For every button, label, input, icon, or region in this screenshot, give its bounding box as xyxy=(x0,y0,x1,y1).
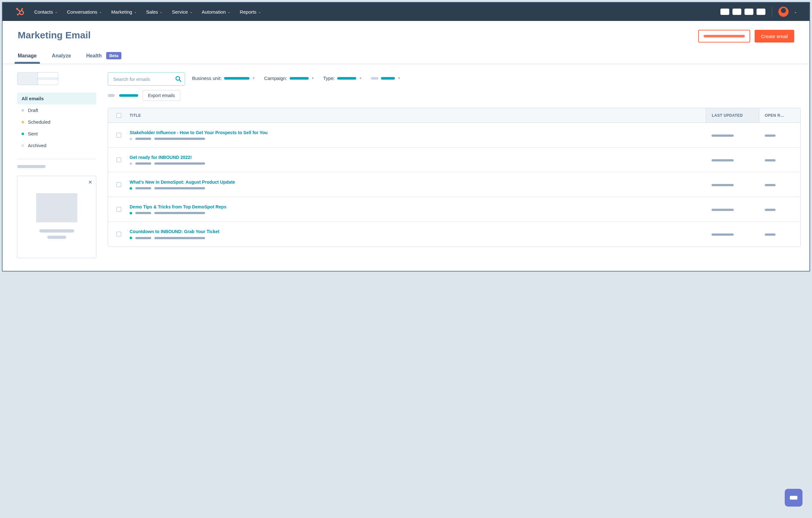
chevron-down-icon: ⌄ xyxy=(99,10,102,13)
filter-more[interactable]: ▼ xyxy=(371,77,401,80)
status-dot-icon xyxy=(22,121,24,124)
email-title-link[interactable]: What's New in DemoSpot: August Product U… xyxy=(129,180,699,185)
svg-point-2 xyxy=(17,14,19,16)
status-dot-icon xyxy=(129,162,132,165)
placeholder-bar xyxy=(712,184,734,186)
nav-right: ⌄ xyxy=(720,7,797,17)
row-checkbox[interactable] xyxy=(116,207,121,212)
search-icon[interactable] xyxy=(175,76,182,82)
table-row: What's New in DemoSpot: August Product U… xyxy=(108,172,800,197)
tab-analyze[interactable]: Analyze xyxy=(52,53,71,63)
email-title-link[interactable]: Demo Tips & Tricks from Top DemoSpot Rep… xyxy=(129,204,699,209)
status-dot-icon xyxy=(129,237,132,239)
nav-label: Service xyxy=(172,9,187,15)
sidebar-item-draft[interactable]: Draft xyxy=(17,104,96,116)
placeholder-bar xyxy=(224,77,250,80)
chevron-down-icon: ▼ xyxy=(398,77,401,80)
filter-type[interactable]: Type:▼ xyxy=(323,76,362,81)
row-checkbox[interactable] xyxy=(116,157,121,162)
th-checkbox xyxy=(108,113,129,118)
td-last-updated xyxy=(706,132,759,138)
nav-reports[interactable]: Reports⌄ xyxy=(240,9,261,15)
tab-manage[interactable]: Manage xyxy=(18,53,37,63)
row-checkbox[interactable] xyxy=(116,231,121,237)
row-meta xyxy=(129,162,699,165)
main: Business unit:▼ Campaign:▼ Type:▼ ▼ Expo… xyxy=(108,72,801,258)
nav-label: Marketing xyxy=(111,9,132,15)
create-email-button[interactable]: Create email xyxy=(755,30,794,43)
chevron-down-icon: ⌄ xyxy=(190,10,193,13)
placeholder-bar xyxy=(712,135,734,137)
row-checkbox[interactable] xyxy=(116,133,121,138)
export-emails-button[interactable]: Export emails xyxy=(143,90,180,101)
nav-util-button[interactable] xyxy=(720,8,729,15)
nav-marketing[interactable]: Marketing⌄ xyxy=(111,9,137,15)
tabs: Manage Analyze Health Beta xyxy=(3,43,809,64)
td-title: What's New in DemoSpot: August Product U… xyxy=(129,175,706,194)
divider xyxy=(772,7,772,17)
placeholder-bar xyxy=(18,77,38,80)
td-last-updated xyxy=(706,157,759,163)
placeholder-bar xyxy=(38,77,58,80)
close-icon[interactable]: ✕ xyxy=(88,179,92,185)
td-last-updated xyxy=(706,182,759,188)
nav-contacts[interactable]: Contacts⌄ xyxy=(34,9,57,15)
status-dot-icon xyxy=(129,212,132,214)
sidebar-filters: All emails Draft Scheduled Sent Archived xyxy=(17,92,96,151)
placeholder-bar xyxy=(135,237,151,239)
chevron-down-icon: ⌄ xyxy=(228,10,230,13)
email-title-link[interactable]: Countdown to INBOUND: Grab Your Ticket xyxy=(129,229,699,234)
view-toggle-option[interactable] xyxy=(38,73,58,85)
filter-business-unit[interactable]: Business unit:▼ xyxy=(192,76,255,81)
nav-sales[interactable]: Sales⌄ xyxy=(146,9,163,15)
sidebar-item-label: Draft xyxy=(28,108,38,113)
td-checkbox xyxy=(108,207,129,212)
td-title: Demo Tips & Tricks from Top DemoSpot Rep… xyxy=(129,200,706,219)
nav-items: Contacts⌄ Conversations⌄ Marketing⌄ Sale… xyxy=(34,9,720,15)
th-title[interactable]: TITLE xyxy=(129,113,706,118)
chevron-down-icon: ⌄ xyxy=(160,10,162,13)
th-last-updated[interactable]: LAST UPDATED xyxy=(706,108,759,122)
nav-service[interactable]: Service⌄ xyxy=(172,9,192,15)
nav-util-button[interactable] xyxy=(745,8,753,15)
td-last-updated xyxy=(706,207,759,212)
svg-line-6 xyxy=(19,13,20,14)
placeholder-bar xyxy=(290,77,309,80)
nav-conversations[interactable]: Conversations⌄ xyxy=(67,9,102,15)
nav-automation[interactable]: Automation⌄ xyxy=(202,9,230,15)
filter-label: Business unit: xyxy=(192,76,222,81)
filters: Business unit:▼ Campaign:▼ Type:▼ ▼ xyxy=(192,72,801,81)
nav-util-button[interactable] xyxy=(732,8,741,15)
tab-health[interactable]: Health xyxy=(86,53,102,63)
sidebar-item-scheduled[interactable]: Scheduled xyxy=(17,116,96,128)
view-toggle[interactable] xyxy=(17,72,58,85)
chevron-down-icon[interactable]: ⌄ xyxy=(794,10,797,13)
sidebar-item-label: Archived xyxy=(28,143,46,148)
select-all-checkbox[interactable] xyxy=(116,113,121,118)
body: All emails Draft Scheduled Sent Archived… xyxy=(3,64,809,271)
svg-line-8 xyxy=(179,80,181,82)
placeholder-bar xyxy=(154,212,205,214)
row-checkbox[interactable] xyxy=(116,182,121,187)
th-open-rate[interactable]: OPEN R... xyxy=(759,113,800,118)
search-input[interactable] xyxy=(108,72,185,86)
top-nav: Contacts⌄ Conversations⌄ Marketing⌄ Sale… xyxy=(3,3,809,21)
email-title-link[interactable]: Get ready for INBOUND 2022! xyxy=(129,155,699,160)
sidebar-item-sent[interactable]: Sent xyxy=(17,128,96,140)
filter-campaign[interactable]: Campaign:▼ xyxy=(264,76,314,81)
email-title-link[interactable]: Stakeholder Influence - How to Get Your … xyxy=(129,130,699,135)
placeholder-bar xyxy=(154,138,205,140)
beta-badge: Beta xyxy=(106,52,121,59)
toolbar-row2: Export emails xyxy=(108,90,801,101)
secondary-action-button[interactable] xyxy=(698,30,750,43)
view-toggle-option[interactable] xyxy=(18,73,38,85)
td-title: Stakeholder Influence - How to Get Your … xyxy=(129,126,706,145)
hubspot-logo-icon[interactable] xyxy=(15,7,25,17)
sidebar: All emails Draft Scheduled Sent Archived… xyxy=(17,72,96,258)
avatar[interactable] xyxy=(778,7,788,17)
placeholder-bar xyxy=(119,94,138,97)
sidebar-item-all-emails[interactable]: All emails xyxy=(17,92,96,104)
status-dot-icon xyxy=(129,138,132,140)
nav-util-button[interactable] xyxy=(757,8,765,15)
sidebar-item-archived[interactable]: Archived xyxy=(17,140,96,151)
